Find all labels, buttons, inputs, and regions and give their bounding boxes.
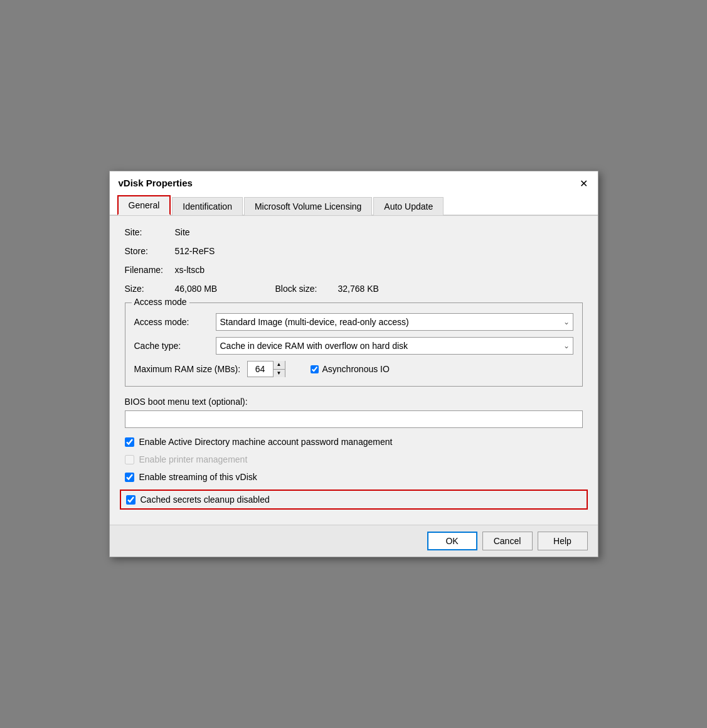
- close-button[interactable]: ✕: [577, 179, 590, 189]
- site-label: Site:: [125, 227, 175, 237]
- access-mode-legend: Access mode: [132, 297, 189, 307]
- ram-spin-buttons: ▲ ▼: [273, 361, 285, 377]
- title-bar-left: vDisk Properties General Identification …: [117, 178, 445, 215]
- filename-label: Filename:: [125, 265, 175, 275]
- printer-checkbox[interactable]: [125, 455, 134, 464]
- store-value: 512-ReFS: [175, 246, 215, 256]
- ram-spin-up[interactable]: ▲: [274, 361, 285, 370]
- store-row: Store: 512-ReFS: [125, 246, 583, 256]
- ram-input[interactable]: [248, 361, 273, 377]
- footer: OK Cancel Help: [110, 525, 598, 557]
- block-size-value: 32,768 KB: [338, 284, 379, 294]
- tab-licensing[interactable]: Microsoft Volume Licensing: [244, 197, 372, 215]
- bios-label: BIOS boot menu text (optional):: [125, 397, 583, 407]
- printer-checkbox-label: Enable printer management: [139, 454, 248, 464]
- size-label: Size:: [125, 284, 175, 294]
- cache-type-row: Cache type: Cache in device RAM with ove…: [134, 337, 573, 355]
- title-bar: vDisk Properties General Identification …: [110, 171, 598, 215]
- ram-row: Maximum RAM size (MBs): ▲ ▼ Asynchronous…: [134, 361, 573, 377]
- cached-secrets-checkbox[interactable]: [126, 495, 136, 505]
- cached-secrets-checkbox-label: Cached secrets cleanup disabled: [141, 495, 270, 505]
- cache-type-select-wrapper: Cache in device RAM with overflow on har…: [216, 337, 573, 355]
- filename-row: Filename: xs-ltscb: [125, 265, 583, 275]
- ok-button[interactable]: OK: [427, 532, 477, 550]
- access-mode-select[interactable]: Standard Image (multi-device, read-only …: [216, 313, 573, 331]
- streaming-checkbox[interactable]: [125, 473, 134, 482]
- streaming-checkbox-row: Enable streaming of this vDisk: [125, 472, 583, 482]
- content-area: Site: Site Store: 512-ReFS Filename: xs-…: [110, 216, 598, 525]
- vdisk-properties-dialog: vDisk Properties General Identification …: [109, 171, 598, 557]
- site-row: Site: Site: [125, 227, 583, 237]
- streaming-checkbox-label: Enable streaming of this vDisk: [139, 472, 257, 482]
- size-value: 46,080 MB: [175, 284, 250, 294]
- cancel-button[interactable]: Cancel: [482, 532, 533, 550]
- ad-checkbox[interactable]: [125, 437, 134, 447]
- tab-autoupdate[interactable]: Auto Update: [373, 197, 444, 215]
- access-mode-row: Access mode: Standard Image (multi-devic…: [134, 313, 573, 331]
- block-size-label: Block size:: [275, 284, 338, 294]
- async-io-label: Asynchronous IO: [322, 364, 390, 374]
- printer-checkbox-row: Enable printer management: [125, 454, 583, 464]
- ad-checkbox-label: Enable Active Directory machine account …: [139, 437, 393, 447]
- store-label: Store:: [125, 246, 175, 256]
- dialog-title: vDisk Properties: [117, 178, 445, 188]
- ad-checkbox-row: Enable Active Directory machine account …: [125, 437, 583, 447]
- cache-type-label: Cache type:: [134, 341, 216, 351]
- access-mode-group: Access mode Access mode: Standard Image …: [125, 302, 583, 387]
- filename-value: xs-ltscb: [175, 265, 205, 275]
- async-io-checkbox[interactable]: [311, 365, 319, 373]
- ram-label: Maximum RAM size (MBs):: [134, 364, 247, 374]
- cache-type-select[interactable]: Cache in device RAM with overflow on har…: [216, 337, 573, 355]
- ram-spin-down[interactable]: ▼: [274, 370, 285, 378]
- size-row: Size: 46,080 MB Block size: 32,768 KB: [125, 284, 583, 294]
- access-mode-select-wrapper: Standard Image (multi-device, read-only …: [216, 313, 573, 331]
- bios-section: BIOS boot menu text (optional):: [125, 397, 583, 428]
- bios-input[interactable]: [125, 410, 583, 428]
- ram-spinbox: ▲ ▼: [247, 361, 285, 377]
- cached-secrets-checkbox-row: Cached secrets cleanup disabled: [120, 490, 588, 510]
- tab-strip: General Identification Microsoft Volume …: [117, 195, 445, 215]
- help-button[interactable]: Help: [538, 532, 588, 550]
- tab-identification[interactable]: Identification: [172, 197, 243, 215]
- site-value: Site: [175, 227, 190, 237]
- access-mode-label: Access mode:: [134, 317, 216, 327]
- tab-general[interactable]: General: [117, 195, 171, 215]
- async-io-row: Asynchronous IO: [311, 364, 390, 374]
